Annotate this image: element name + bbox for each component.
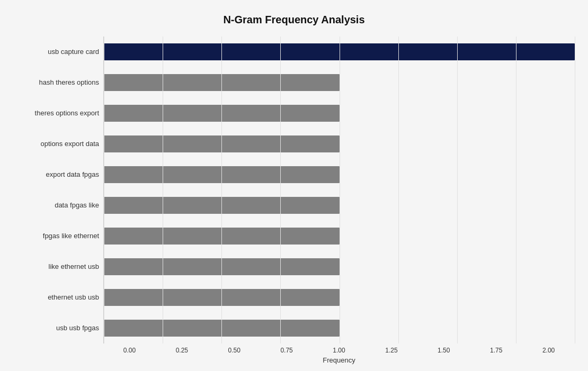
bar-8 [104, 289, 340, 306]
bar-4 [104, 166, 340, 183]
bar-row-1 [104, 72, 575, 93]
bar-row-4 [104, 164, 575, 185]
bar-5 [104, 197, 340, 214]
y-label-3: options export data [13, 131, 99, 157]
x-tick-1: 0.25 [156, 347, 208, 354]
x-tick-5: 1.25 [365, 347, 417, 354]
x-tick-4: 1.00 [313, 347, 366, 354]
y-label-1: hash theres options [13, 70, 99, 95]
bar-row-3 [104, 133, 575, 155]
bar-row-9 [104, 318, 575, 339]
x-tick-8: 2.00 [522, 347, 575, 354]
bar-2 [104, 105, 340, 122]
y-label-0: usb capture card [13, 39, 99, 65]
x-axis: 0.000.250.500.751.001.251.501.752.00 [103, 347, 575, 354]
bar-6 [104, 228, 340, 245]
bar-7 [104, 258, 340, 275]
y-label-6: fpgas like ethernet [13, 223, 99, 249]
chart-area: usb capture cardhash theres optionsthere… [13, 37, 575, 343]
bar-row-5 [104, 195, 575, 216]
plot-area [103, 37, 575, 343]
chart-container: N-Gram Frequency Analysis usb capture ca… [3, 3, 585, 368]
y-label-4: export data fpgas [13, 162, 99, 187]
chart-title: N-Gram Frequency Analysis [13, 14, 575, 26]
x-tick-6: 1.50 [417, 347, 470, 354]
bar-3 [104, 135, 340, 152]
bar-row-7 [104, 256, 575, 277]
y-label-9: usb usb fpgas [13, 315, 99, 341]
bar-row-6 [104, 225, 575, 247]
bar-row-0 [104, 41, 575, 62]
x-tick-0: 0.00 [103, 347, 156, 354]
bar-9 [104, 320, 340, 337]
y-label-8: ethernet usb usb [13, 285, 99, 310]
x-tick-3: 0.75 [261, 347, 313, 354]
y-label-5: data fpgas like [13, 193, 99, 218]
y-label-7: like ethernet usb [13, 254, 99, 279]
x-tick-2: 0.50 [208, 347, 261, 354]
bar-0 [104, 43, 575, 60]
y-axis: usb capture cardhash theres optionsthere… [13, 37, 103, 343]
bar-row-2 [104, 103, 575, 124]
bar-row-8 [104, 287, 575, 308]
grid-line-8 [575, 37, 575, 343]
bar-1 [104, 74, 340, 91]
y-label-2: theres options export [13, 101, 99, 126]
x-axis-label: Frequency [103, 356, 575, 364]
x-tick-7: 1.75 [470, 347, 522, 354]
